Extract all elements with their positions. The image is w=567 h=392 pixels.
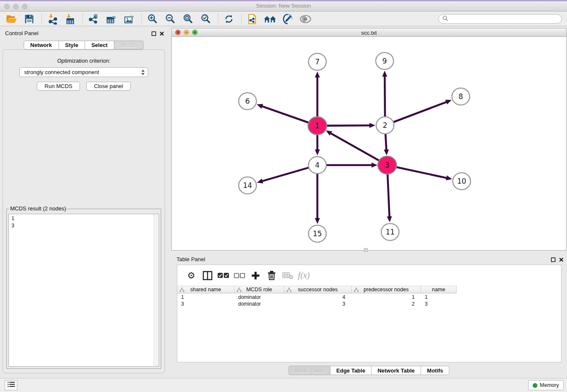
mcds-result-groupbox: MCDS result (2 nodes) 1 3 xyxy=(6,209,161,369)
cell-mcds-role[interactable]: dominator xyxy=(234,301,284,307)
style-brush-icon[interactable] xyxy=(281,13,294,25)
tab-edge-table[interactable]: Edge Table xyxy=(330,366,372,375)
edge-2-8[interactable] xyxy=(394,102,447,122)
svg-text:7: 7 xyxy=(315,58,320,66)
export-image-icon[interactable] xyxy=(123,13,135,25)
tree-icon xyxy=(286,287,292,293)
svg-text:1: 1 xyxy=(315,121,320,130)
zoom-fit-icon[interactable] xyxy=(182,13,194,25)
node-9[interactable]: 9 xyxy=(376,52,394,69)
tab-node-table[interactable]: Node Table xyxy=(289,366,330,375)
tab-network[interactable]: Network xyxy=(24,41,59,50)
cell-mcds-role[interactable]: dominator xyxy=(234,294,284,301)
mcds-result-title: MCDS result (2 nodes) xyxy=(9,205,67,212)
splitter-handle[interactable] xyxy=(364,248,368,252)
save-icon[interactable] xyxy=(23,13,36,25)
tab-select[interactable]: Select xyxy=(85,41,114,50)
zoom-out-icon[interactable] xyxy=(164,13,176,25)
delete-table-icon xyxy=(280,268,296,283)
node-15[interactable]: 15 xyxy=(308,225,326,242)
float-panel-icon[interactable] xyxy=(151,30,156,38)
tab-style[interactable]: Style xyxy=(58,41,85,50)
export-table-icon[interactable] xyxy=(105,13,118,25)
tree-icon xyxy=(179,287,184,293)
node-6[interactable]: 6 xyxy=(239,93,256,110)
column-header-shared-name[interactable]: shared name xyxy=(177,286,234,293)
cell-successor-nodes[interactable]: 4 xyxy=(284,294,352,301)
close-panel-icon[interactable] xyxy=(160,30,164,38)
selected-criterion: strongly connected component xyxy=(24,69,99,75)
open-folder-icon[interactable] xyxy=(5,13,18,25)
edge-2-3[interactable] xyxy=(385,134,386,150)
network-graph[interactable]: 1234678910111415 xyxy=(172,37,566,251)
houses-icon[interactable] xyxy=(264,13,276,25)
task-history-button[interactable] xyxy=(5,380,17,390)
memory-button[interactable]: Memory xyxy=(528,380,564,390)
node-3[interactable]: 3 xyxy=(378,156,396,174)
column-header-successor-nodes[interactable]: successor nodes xyxy=(284,286,352,293)
refresh-icon[interactable] xyxy=(223,13,235,25)
table-panel-header: Table Panel xyxy=(171,253,567,265)
svg-text:2: 2 xyxy=(383,121,388,130)
edge-3-1[interactable] xyxy=(330,133,379,161)
tree-icon xyxy=(354,287,359,293)
node-2[interactable]: 2 xyxy=(376,117,394,134)
edge-4-14[interactable] xyxy=(262,168,309,181)
import-table-icon[interactable] xyxy=(64,13,77,25)
delete-column-icon[interactable] xyxy=(264,268,280,283)
node-7[interactable]: 7 xyxy=(308,53,326,70)
gear-icon[interactable]: ⚙ xyxy=(183,268,199,283)
float-panel-icon[interactable] xyxy=(551,256,556,264)
column-header-mcds-role[interactable]: MCDS role xyxy=(234,286,284,293)
select-all-icon[interactable] xyxy=(215,268,231,283)
edge-3-11[interactable] xyxy=(388,174,390,217)
node-8[interactable]: 8 xyxy=(452,88,470,105)
add-column-icon[interactable] xyxy=(248,268,264,283)
edge-3-10[interactable] xyxy=(396,167,447,178)
node-1[interactable]: 1 xyxy=(308,117,327,135)
optimization-criterion-select[interactable]: strongly connected component xyxy=(19,67,148,77)
column-header-predecessor-nodes[interactable]: predecessor nodes xyxy=(352,286,421,293)
table-row[interactable]: 1dominator411 xyxy=(177,294,561,301)
edge-1-2[interactable] xyxy=(326,125,370,126)
export-network-icon[interactable] xyxy=(87,13,100,25)
search-input[interactable] xyxy=(448,15,561,23)
node-10[interactable]: 10 xyxy=(453,173,471,190)
duplicate-network-icon[interactable] xyxy=(246,13,259,25)
edge-1-6[interactable] xyxy=(262,106,309,123)
deselect-all-icon[interactable] xyxy=(231,268,248,283)
edge-2-9[interactable] xyxy=(385,76,385,116)
cell-shared-name[interactable]: 1 xyxy=(177,294,234,301)
close-panel-icon[interactable] xyxy=(559,256,564,264)
tab-motifs[interactable]: Motifs xyxy=(421,366,449,375)
table-row[interactable]: 3dominator323 xyxy=(177,301,561,307)
chevron-updown-icon xyxy=(141,69,145,75)
column-header-name[interactable]: name xyxy=(421,286,457,293)
search-icon xyxy=(442,15,448,23)
tab-mcds[interactable]: MCDS xyxy=(114,41,143,50)
network-canvas[interactable]: 1234678910111415 xyxy=(172,37,566,250)
cell-name[interactable]: 1 xyxy=(421,294,457,301)
cell-predecessor-nodes[interactable]: 1 xyxy=(352,294,421,301)
node-4[interactable]: 4 xyxy=(308,157,326,174)
import-network-icon[interactable] xyxy=(46,13,59,25)
close-panel-button[interactable]: Close panel xyxy=(86,82,131,91)
zoom-selected-icon[interactable] xyxy=(199,13,212,25)
svg-text:3: 3 xyxy=(385,161,390,169)
svg-text:14: 14 xyxy=(243,181,252,190)
toolbar-separator xyxy=(141,14,142,25)
mcds-result-text[interactable]: 1 3 xyxy=(8,214,159,367)
node-11[interactable]: 11 xyxy=(381,224,399,240)
node-14[interactable]: 14 xyxy=(239,177,256,194)
eye-icon[interactable] xyxy=(299,13,312,25)
toolbar-separator xyxy=(218,14,218,25)
cell-successor-nodes[interactable]: 3 xyxy=(284,301,352,307)
run-mcds-button[interactable]: Run MCDS xyxy=(37,82,80,91)
cell-name[interactable]: 3 xyxy=(421,301,457,307)
cell-predecessor-nodes[interactable]: 2 xyxy=(352,301,421,307)
split-columns-icon[interactable] xyxy=(199,268,215,283)
tab-network-table[interactable]: Network Table xyxy=(371,366,421,375)
result-scrollbar[interactable] xyxy=(154,214,159,366)
cell-shared-name[interactable]: 3 xyxy=(177,301,234,307)
zoom-in-icon[interactable] xyxy=(146,13,159,25)
